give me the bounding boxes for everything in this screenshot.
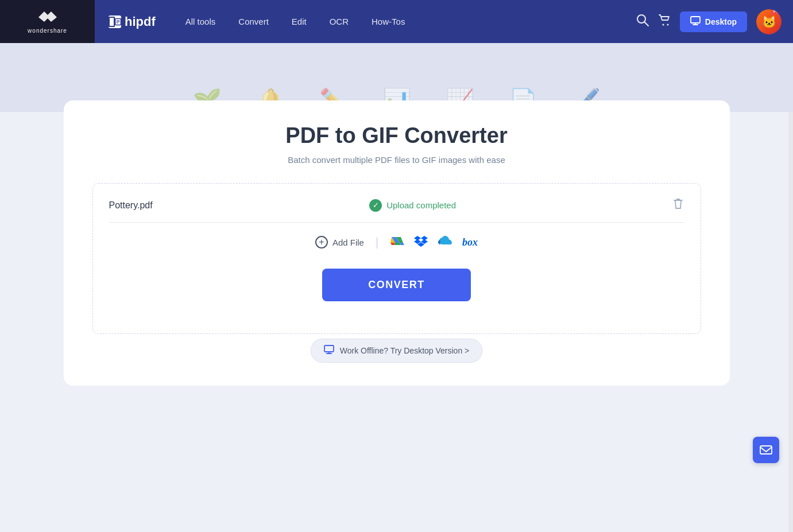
nav-how-tos[interactable]: How-Tos — [362, 12, 414, 31]
main-content: PDF to GIF Converter Batch convert multi… — [0, 112, 793, 532]
wondershare-label: wondershare — [28, 28, 67, 34]
nav-all-tools[interactable]: All tools — [176, 12, 225, 31]
navbar: wondershare hipdf All tools Convert Edit… — [0, 0, 793, 43]
nav-ocr[interactable]: OCR — [320, 12, 358, 31]
svg-line-5 — [644, 22, 648, 26]
box-icon[interactable]: box — [462, 236, 478, 248]
svg-rect-11 — [324, 345, 334, 352]
file-name: Pottery.pdf — [109, 200, 153, 211]
nav-links: All tools Convert Edit OCR How-Tos — [176, 12, 636, 31]
separator: | — [376, 236, 378, 249]
check-icon: ✓ — [369, 199, 382, 212]
page-subtitle: Batch convert multiple PDF files to GIF … — [92, 155, 701, 165]
wondershare-brand: wondershare — [0, 0, 95, 43]
nav-edit[interactable]: Edit — [283, 12, 316, 31]
cart-icon[interactable] — [658, 14, 671, 29]
converter-card: PDF to GIF Converter Batch convert multi… — [64, 100, 730, 386]
google-drive-icon[interactable] — [390, 234, 405, 250]
nav-actions: Desktop 🐱 Pro — [636, 9, 793, 34]
upload-status-text: Upload completed — [386, 200, 456, 210]
pro-badge: Pro — [772, 9, 782, 14]
delete-file-button[interactable] — [672, 197, 684, 213]
nav-convert[interactable]: Convert — [229, 12, 278, 31]
search-icon[interactable] — [636, 14, 649, 29]
desktop-banner-icon — [324, 345, 334, 356]
page-title: PDF to GIF Converter — [92, 123, 701, 148]
user-avatar[interactable]: 🐱 Pro — [756, 9, 782, 34]
add-file-button[interactable]: + Add File — [315, 236, 364, 248]
hipdf-logo[interactable]: hipdf — [109, 14, 156, 29]
add-file-icon: + — [315, 236, 328, 248]
svg-point-6 — [662, 24, 664, 26]
desktop-banner: Work Offline? Try Desktop Version > — [92, 339, 701, 363]
desktop-banner-pill[interactable]: Work Offline? Try Desktop Version > — [311, 339, 483, 363]
desktop-btn-icon — [690, 16, 701, 28]
onedrive-icon[interactable] — [437, 235, 453, 249]
svg-rect-15 — [760, 446, 772, 454]
hipdf-text: hipdf — [125, 14, 156, 29]
divider — [109, 222, 684, 223]
wondershare-logo-icon — [36, 9, 59, 25]
svg-rect-8 — [691, 17, 700, 23]
desktop-button[interactable]: Desktop — [680, 11, 747, 32]
mail-float-button[interactable] — [753, 437, 779, 463]
file-row: Pottery.pdf ✓ Upload completed — [109, 197, 684, 213]
hipdf-icon — [109, 15, 121, 28]
add-file-label: Add File — [332, 238, 364, 247]
convert-button[interactable]: CONVERT — [322, 269, 471, 301]
desktop-btn-label: Desktop — [705, 17, 737, 26]
desktop-banner-text: Work Offline? Try Desktop Version > — [340, 346, 470, 355]
upload-status: ✓ Upload completed — [369, 199, 456, 212]
file-area: Pottery.pdf ✓ Upload completed + Add Fil… — [92, 183, 701, 334]
add-file-row: + Add File | — [109, 234, 684, 250]
cloud-storage-icons: box — [390, 234, 478, 250]
svg-point-7 — [667, 24, 668, 26]
dropbox-icon[interactable] — [414, 234, 428, 250]
